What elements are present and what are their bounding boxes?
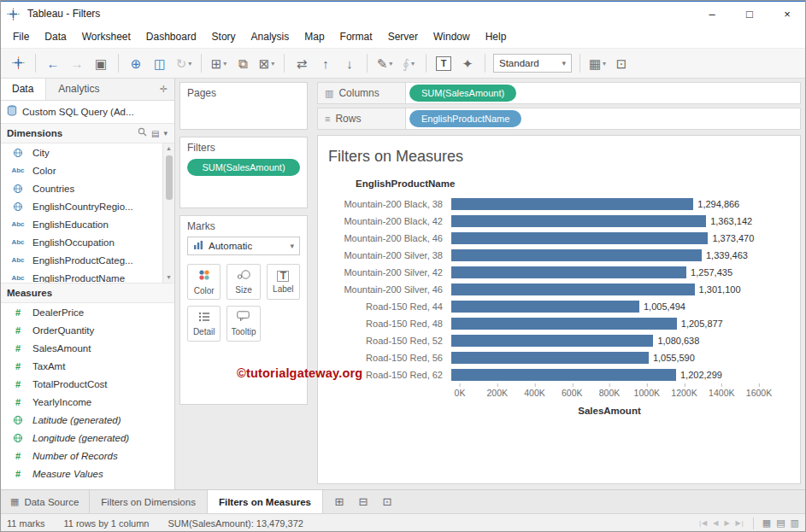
field-longitude-generated[interactable]: Longitude (generated) [0,429,174,447]
field-englishproductcateg[interactable]: AbcEnglishProductCateg... [0,251,174,269]
scroll-up-icon[interactable]: ▲ [166,143,172,154]
menu-help[interactable]: Help [478,26,515,48]
bar[interactable] [451,335,653,347]
run-auto-updates-button[interactable]: ↻▾ [173,52,195,74]
fit-dropdown[interactable]: Standard▾ [493,54,572,73]
color-button[interactable]: Color [187,264,221,300]
close-button[interactable]: × [768,2,806,26]
field-englishcountryregio[interactable]: EnglishCountryRegio... [0,197,174,215]
maximize-button[interactable]: □ [731,2,768,26]
redo-button[interactable]: → [66,52,88,74]
field-salesamount[interactable]: #SalesAmount [0,339,174,357]
field-orderquantity[interactable]: #OrderQuantity [0,321,174,339]
bar[interactable] [451,198,693,210]
menu-window[interactable]: Window [426,26,478,48]
bar[interactable] [451,318,677,330]
field-totalproductcost[interactable]: #TotalProductCost [0,375,174,393]
field-number-of-records[interactable]: #Number of Records [0,447,174,465]
show-filmstrip-icon[interactable]: ▤ [776,517,785,529]
clear-sheet-button[interactable]: ⊠▾ [256,52,278,74]
bar[interactable] [451,284,695,295]
last-page-icon[interactable]: ▶| [736,519,744,527]
menu-server[interactable]: Server [380,26,426,48]
columns-shelf[interactable]: SUM(SalesAmount) [406,82,801,104]
menu-analysis[interactable]: Analysis [244,26,297,48]
next-page-icon[interactable]: ▶ [724,519,730,527]
new-worksheet-button[interactable]: ⊞▾ [208,52,230,74]
tableau-logo-button[interactable] [7,52,29,74]
bar[interactable] [451,232,708,244]
field-countries[interactable]: Countries [0,179,174,197]
tab-data[interactable]: Data [0,79,46,100]
chevron-down-icon[interactable]: ▾ [163,129,168,137]
tab-filters-on-measures[interactable]: Filters on Measures [208,490,323,513]
new-data-source-button[interactable]: ⊕ [125,52,147,74]
show-sheet-sorter-icon[interactable]: ▦ [762,517,771,529]
new-worksheet-button[interactable]: ⊞ [328,493,350,512]
bar[interactable] [451,215,706,227]
tooltip-button[interactable]: Tooltip [227,306,260,342]
filter-pill[interactable]: SUM(SalesAmount) [187,159,300,176]
pages-card[interactable]: Pages [179,82,308,130]
label-button[interactable]: TLabel [267,264,300,300]
highlight-button[interactable]: ✎▾ [374,52,396,74]
field-yearlyincome[interactable]: #YearlyIncome [0,393,174,411]
swap-rows-columns-button[interactable]: ⇄ [291,52,313,74]
field-dealerprice[interactable]: #DealerPrice [0,303,174,321]
columns-pill[interactable]: SUM(SalesAmount) [409,85,516,102]
minimize-button[interactable]: – [693,2,731,26]
new-dashboard-button[interactable]: ⊟ [352,493,374,512]
menu-map[interactable]: Map [297,26,332,48]
scroll-down-icon[interactable]: ▼ [166,272,172,283]
bar[interactable] [451,369,676,381]
field-color[interactable]: AbcColor [0,161,174,179]
new-story-button[interactable]: ⊡ [376,493,398,512]
pause-auto-updates-button[interactable]: ◫ [149,52,171,74]
datasource-item[interactable]: Custom SQL Query (Ad... [0,101,174,123]
first-page-icon[interactable]: |◀ [699,519,708,527]
tab-analytics[interactable]: Analytics [46,79,111,100]
show-mark-labels-button[interactable]: T [432,52,455,74]
previous-page-icon[interactable]: ◀ [713,519,719,527]
field-measure-values[interactable]: #Measure Values [0,465,174,482]
tab-filters-on-dimensions[interactable]: Filters on Dimensions [90,490,208,513]
scrollbar-thumb[interactable] [166,155,173,200]
bar[interactable] [451,249,702,261]
duplicate-sheet-button[interactable]: ⧉ [232,52,254,74]
field-taxamt[interactable]: #TaxAmt [0,357,174,375]
search-icon[interactable] [138,127,147,139]
show-hide-cards-button[interactable]: ▦▾ [586,52,609,74]
sort-descending-button[interactable]: ↓ [338,52,361,74]
group-members-button[interactable]: ∮▾ [397,52,420,74]
field-englishoccupation[interactable]: AbcEnglishOccupation [0,233,174,251]
pane-options-icon[interactable]: ✛ [153,79,174,100]
menu-file[interactable]: File [5,26,37,48]
menu-worksheet[interactable]: Worksheet [74,26,138,48]
undo-button[interactable]: ← [42,52,64,74]
field-latitude-generated[interactable]: Latitude (generated) [0,411,174,429]
sort-ascending-button[interactable]: ↑ [315,52,337,74]
size-button[interactable]: Size [227,264,260,300]
menu-story[interactable]: Story [204,26,244,48]
filters-card[interactable]: Filters SUM(SalesAmount) [179,137,308,208]
field-englisheducation[interactable]: AbcEnglishEducation [0,215,174,233]
rows-shelf[interactable]: EnglishProductName [406,108,801,130]
save-button[interactable]: ▣ [90,52,112,74]
rows-pill[interactable]: EnglishProductName [409,110,521,127]
bar[interactable] [451,352,649,364]
mark-type-dropdown[interactable]: Automatic ▾ [187,237,300,255]
menu-data[interactable]: Data [37,26,74,48]
show-tabs-icon[interactable]: ▥ [791,517,799,529]
detail-button[interactable]: Detail [187,306,221,342]
fix-axes-button[interactable]: ✦ [456,52,479,74]
view-options-icon[interactable]: ▤ [151,129,159,138]
menu-format[interactable]: Format [332,26,380,48]
tab-data-source[interactable]: ▦ Data Source [0,490,90,513]
bar[interactable] [451,266,686,278]
field-city[interactable]: City [0,143,174,161]
presentation-mode-button[interactable]: ⊡ [610,52,632,74]
menu-dashboard[interactable]: Dashboard [138,26,204,48]
field-englishproductname[interactable]: AbcEnglishProductName [0,269,174,283]
dimensions-scrollbar[interactable]: ▲ ▼ [162,143,174,283]
bar[interactable] [451,301,639,313]
